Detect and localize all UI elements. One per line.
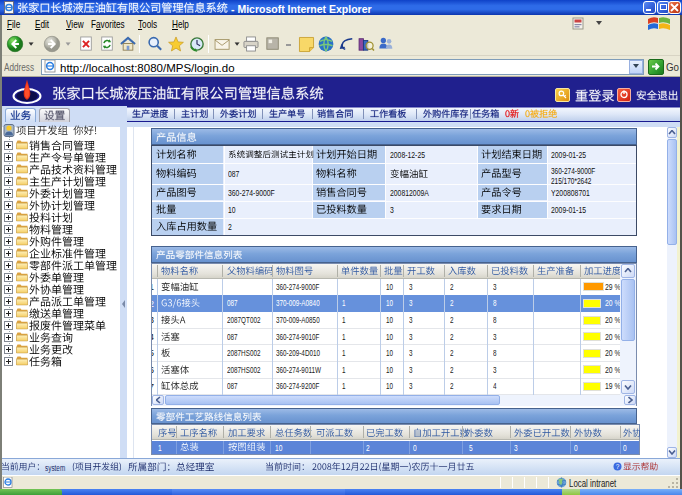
svg-text:?: ? bbox=[616, 462, 620, 469]
